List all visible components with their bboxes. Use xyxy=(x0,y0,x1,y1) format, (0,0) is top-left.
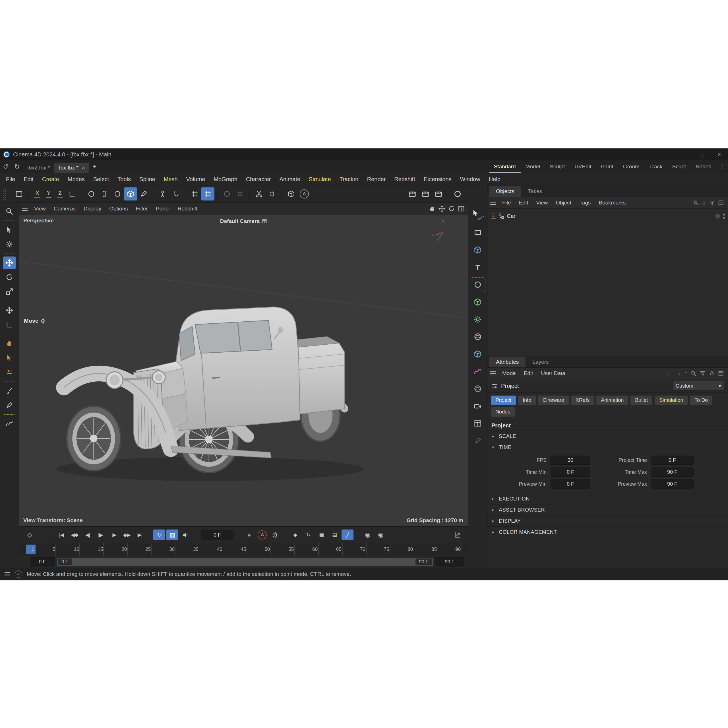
vp-menu-filter[interactable]: Filter xyxy=(132,206,151,212)
attr-btn-xrefs[interactable]: XRefs xyxy=(571,396,594,405)
attr-btn-todo[interactable]: To Do xyxy=(690,396,712,405)
lock-x-axis-button[interactable]: X xyxy=(32,187,43,200)
magic-solo-icon[interactable] xyxy=(451,187,464,200)
obj-menu-view[interactable]: View xyxy=(533,200,551,206)
menu-mesh[interactable]: Mesh xyxy=(159,176,182,183)
tab-objects[interactable]: Objects xyxy=(489,186,521,197)
time-min-field[interactable]: 0 F xyxy=(551,468,590,477)
obj-menu-bookmarks[interactable]: Bookmarks xyxy=(595,200,629,206)
menu-edit[interactable]: Edit xyxy=(19,176,38,183)
layout-more-icon[interactable]: ⋮ xyxy=(716,163,728,170)
spline-rectangle-icon[interactable] xyxy=(471,226,485,239)
layout-model[interactable]: Model xyxy=(521,161,545,173)
menu-file[interactable]: File xyxy=(2,176,19,183)
section-time[interactable]: ▾ TIME xyxy=(488,442,728,453)
text-object-icon[interactable]: T xyxy=(471,261,485,274)
key-position-icon[interactable]: ◆ xyxy=(289,529,301,540)
axis-gizmo[interactable]: Y x z xyxy=(430,220,452,243)
rig-tool-icon[interactable] xyxy=(169,187,182,200)
menu-help[interactable]: Help xyxy=(485,176,505,183)
vp-menu-cameras[interactable]: Cameras xyxy=(50,206,80,212)
record-objects-icon[interactable]: ◉ xyxy=(361,529,373,540)
obj-menu-object[interactable]: Object xyxy=(552,200,575,206)
attr-menu-edit[interactable]: Edit xyxy=(520,370,537,376)
menu-render[interactable]: Render xyxy=(363,176,390,183)
section-asset-browser[interactable]: ▸ ASSET BROWSER xyxy=(488,504,728,515)
prev-key-icon[interactable]: ◀◆ xyxy=(69,529,81,540)
range-track[interactable]: 0 F 90 F xyxy=(57,558,433,566)
undo-icon[interactable]: ↺ xyxy=(0,161,11,172)
attr-forward-icon[interactable]: → xyxy=(676,370,681,376)
pan-hand-icon[interactable] xyxy=(429,205,436,212)
preview-min-field[interactable]: 0 F xyxy=(551,479,590,489)
model-pen-icon[interactable] xyxy=(137,187,150,200)
record-selection-icon[interactable]: ◉ xyxy=(375,529,387,540)
sound-icon[interactable] xyxy=(179,529,191,540)
keying-settings-icon[interactable] xyxy=(269,529,281,540)
primitive-roundcube-icon[interactable] xyxy=(111,187,124,200)
primitive-cube-icon[interactable] xyxy=(124,187,137,200)
subdivision-surface-icon[interactable] xyxy=(471,278,485,291)
objects-layout-icon[interactable] xyxy=(718,200,724,206)
autokey-icon[interactable]: A xyxy=(256,529,268,540)
layout-groom[interactable]: Groom xyxy=(618,161,644,173)
camera-link-icon[interactable] xyxy=(262,219,267,224)
cube-object-icon[interactable] xyxy=(471,243,485,257)
attr-back-icon[interactable]: ← xyxy=(667,370,673,376)
render-view-icon[interactable] xyxy=(406,187,419,200)
layout-uvedit[interactable]: UVEdit xyxy=(570,161,596,173)
vp-menu-redshift[interactable]: Redshift xyxy=(174,206,201,212)
snap-tool-icon[interactable] xyxy=(3,318,16,331)
toolbar-grip[interactable] xyxy=(3,188,6,200)
prev-frame-icon[interactable]: ◀| xyxy=(82,529,93,540)
menu-spline[interactable]: Spline xyxy=(135,176,159,183)
render-settings-icon[interactable] xyxy=(419,187,432,200)
menu-redshift[interactable]: Redshift xyxy=(390,176,419,183)
cluster-points-icon[interactable] xyxy=(3,366,16,378)
loop-mode-icon[interactable]: ↻ xyxy=(153,529,165,540)
key-parameter-icon[interactable]: ▤ xyxy=(329,529,340,540)
menu-animate[interactable]: Animate xyxy=(275,176,304,183)
workplane-icon[interactable] xyxy=(12,187,26,200)
close-tab-icon[interactable]: × xyxy=(82,165,85,171)
next-frame-icon[interactable]: |▶ xyxy=(108,529,120,540)
attr-btn-nodes[interactable]: Nodes xyxy=(491,407,515,417)
annotate-icon[interactable]: A xyxy=(298,187,311,200)
snap-grid-icon[interactable] xyxy=(201,187,214,200)
rotate-tool-icon[interactable] xyxy=(3,271,16,283)
obj-menu-file[interactable]: File xyxy=(499,200,514,206)
section-scale[interactable]: ▸ SCALE xyxy=(488,431,728,442)
menu-tracker[interactable]: Tracker xyxy=(335,176,363,183)
attr-btn-info[interactable]: Info xyxy=(518,396,536,405)
character-tool-icon[interactable] xyxy=(156,187,169,200)
grid-icon[interactable] xyxy=(188,187,201,200)
environment-icon[interactable] xyxy=(471,330,485,343)
goto-start-icon[interactable]: |◀ xyxy=(55,529,67,540)
primitive-capsule-icon[interactable] xyxy=(98,187,111,200)
object-label[interactable]: Car xyxy=(507,213,515,219)
preset-dropdown[interactable]: Custom ▾ xyxy=(673,381,724,391)
move-tool-icon[interactable] xyxy=(3,257,16,269)
menu-volume[interactable]: Volume xyxy=(182,176,210,183)
target-disabled-icon[interactable] xyxy=(220,187,234,200)
primitive-ring-icon[interactable] xyxy=(85,187,98,200)
layout-standard[interactable]: Standard xyxy=(489,161,520,173)
attr-filter-icon[interactable] xyxy=(700,370,705,376)
render-queue-icon[interactable] xyxy=(432,187,445,200)
disabled-pen-icon[interactable] xyxy=(471,434,485,447)
coordinate-system-icon[interactable] xyxy=(66,187,79,200)
brush-tool-icon[interactable] xyxy=(3,384,16,397)
viewport-menu-icon[interactable] xyxy=(22,207,28,211)
range-start-handle[interactable]: 0 F xyxy=(58,558,72,565)
key-rotation-icon[interactable]: ↻ xyxy=(302,529,314,540)
open-fcurve-icon[interactable] xyxy=(451,529,463,540)
layout-paint[interactable]: Paint xyxy=(596,161,618,173)
timeline-ruler[interactable]: 05 1015 2025 3035 4045 5055 6065 7075 80… xyxy=(19,543,468,556)
pen-tool-icon[interactable] xyxy=(3,399,16,411)
objects-menu-icon[interactable] xyxy=(490,201,496,205)
attr-lock-icon[interactable] xyxy=(709,370,715,376)
vp-menu-panel[interactable]: Panel xyxy=(152,206,173,212)
objects-home-icon[interactable]: ⌂ xyxy=(702,200,705,206)
menu-tools[interactable]: Tools xyxy=(113,176,135,183)
layout-track[interactable]: Track xyxy=(644,161,667,173)
